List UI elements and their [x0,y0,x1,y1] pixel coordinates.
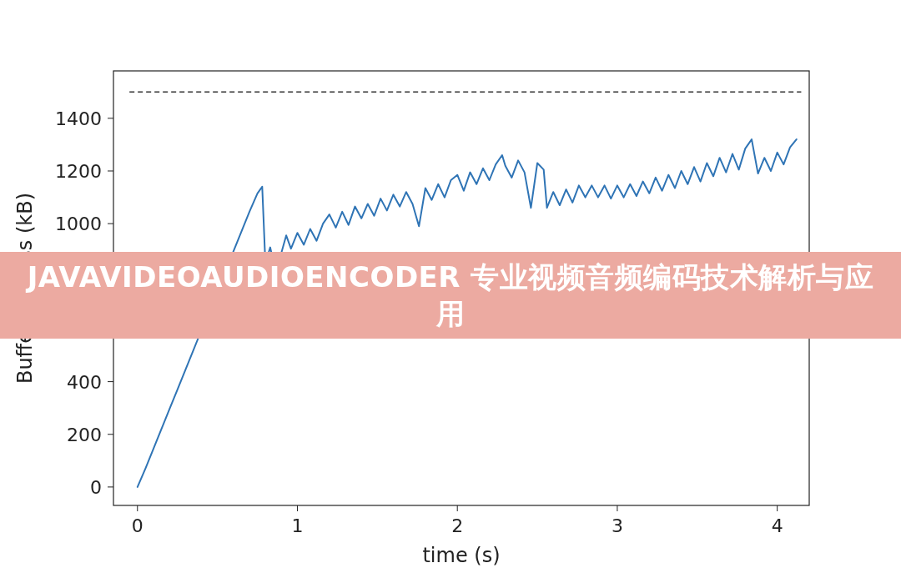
y-tick-label: 1400 [55,108,102,129]
y-tick-label: 0 [90,477,102,498]
x-tick-label: 4 [772,515,783,536]
y-tick-label: 400 [67,372,102,393]
x-axis-label: time (s) [422,544,500,567]
overlay-banner: JAVAVIDEOAUDIOENCODER 专业视频音频编码技术解析与应用 [0,252,901,339]
overlay-text: JAVAVIDEOAUDIOENCODER 专业视频音频编码技术解析与应用 [28,260,874,330]
y-tick-label: 200 [67,425,102,445]
x-tick-label: 1 [291,515,303,536]
x-tick-label: 3 [612,515,623,536]
y-tick-label: 1200 [55,161,102,182]
x-tick-label: 2 [451,515,463,536]
x-tick-label: 0 [132,515,143,536]
y-tick-label: 1000 [55,214,102,234]
